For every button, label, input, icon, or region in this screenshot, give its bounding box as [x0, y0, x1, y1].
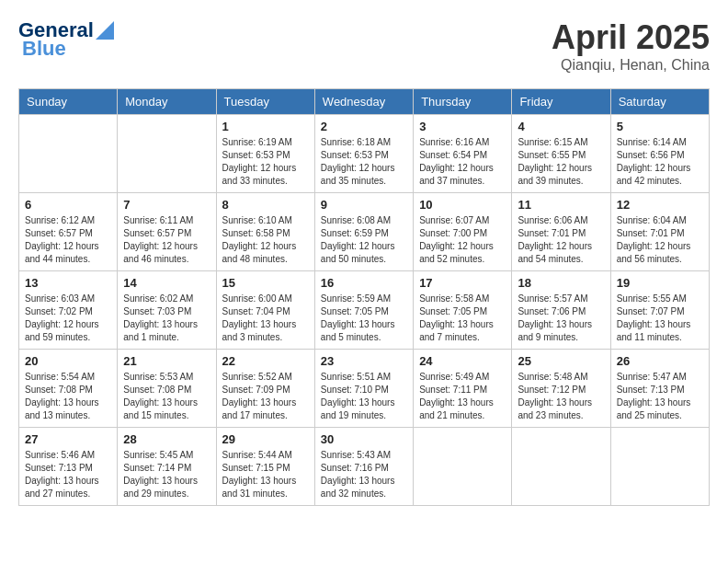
- day-number: 26: [617, 354, 703, 368]
- day-info: Sunrise: 5:57 AMSunset: 7:06 PMDaylight:…: [518, 293, 604, 344]
- calendar-week-row: 6Sunrise: 6:12 AMSunset: 6:57 PMDaylight…: [19, 193, 710, 271]
- day-info: Sunrise: 6:07 AMSunset: 7:00 PMDaylight:…: [419, 214, 506, 266]
- table-row: 15Sunrise: 6:00 AMSunset: 7:04 PMDayligh…: [216, 271, 314, 350]
- day-number: 17: [419, 276, 506, 290]
- col-thursday: Thursday: [414, 89, 512, 115]
- day-info: Sunrise: 5:53 AMSunset: 7:08 PMDaylight:…: [123, 371, 210, 422]
- day-number: 20: [25, 354, 111, 368]
- table-row: [512, 428, 610, 506]
- day-number: 5: [617, 120, 703, 133]
- day-info: Sunrise: 5:59 AMSunset: 7:05 PMDaylight:…: [321, 293, 407, 344]
- table-row: 19Sunrise: 5:55 AMSunset: 7:07 PMDayligh…: [610, 271, 709, 350]
- day-number: 9: [321, 198, 407, 212]
- day-number: 8: [222, 198, 309, 212]
- day-info: Sunrise: 6:11 AMSunset: 6:57 PMDaylight:…: [123, 214, 210, 266]
- table-row: 3Sunrise: 6:16 AMSunset: 6:54 PMDaylight…: [414, 115, 512, 193]
- table-row: 10Sunrise: 6:07 AMSunset: 7:00 PMDayligh…: [414, 193, 512, 271]
- day-number: 28: [123, 432, 210, 446]
- day-info: Sunrise: 5:43 AMSunset: 7:16 PMDaylight:…: [321, 449, 407, 500]
- day-info: Sunrise: 5:46 AMSunset: 7:13 PMDaylight:…: [25, 449, 111, 500]
- day-number: 16: [321, 276, 407, 290]
- table-row: 9Sunrise: 6:08 AMSunset: 6:59 PMDaylight…: [314, 193, 413, 271]
- table-row: 14Sunrise: 6:02 AMSunset: 7:03 PMDayligh…: [118, 271, 216, 350]
- table-row: [118, 115, 216, 193]
- day-info: Sunrise: 5:55 AMSunset: 7:07 PMDaylight:…: [617, 293, 703, 344]
- day-number: 3: [419, 120, 506, 133]
- table-row: 18Sunrise: 5:57 AMSunset: 7:06 PMDayligh…: [512, 271, 610, 350]
- day-info: Sunrise: 5:52 AMSunset: 7:09 PMDaylight:…: [222, 371, 309, 422]
- table-row: 24Sunrise: 5:49 AMSunset: 7:11 PMDayligh…: [414, 350, 512, 428]
- day-number: 10: [419, 198, 506, 212]
- day-info: Sunrise: 6:04 AMSunset: 7:01 PMDaylight:…: [617, 214, 703, 266]
- col-monday: Monday: [118, 89, 216, 115]
- table-row: 26Sunrise: 5:47 AMSunset: 7:13 PMDayligh…: [610, 350, 709, 428]
- day-number: 6: [25, 198, 111, 212]
- day-number: 11: [518, 198, 604, 212]
- day-number: 23: [321, 354, 407, 368]
- page-header: General Blue April 2025 Qianqiu, Henan, …: [18, 18, 710, 74]
- day-number: 30: [321, 432, 407, 446]
- day-info: Sunrise: 6:00 AMSunset: 7:04 PMDaylight:…: [222, 293, 309, 344]
- day-number: 24: [419, 354, 506, 368]
- logo-blue: Blue: [22, 37, 66, 61]
- table-row: 30Sunrise: 5:43 AMSunset: 7:16 PMDayligh…: [314, 428, 413, 506]
- table-row: 17Sunrise: 5:58 AMSunset: 7:05 PMDayligh…: [414, 271, 512, 350]
- title-section: April 2025 Qianqiu, Henan, China: [552, 18, 710, 74]
- day-info: Sunrise: 5:48 AMSunset: 7:12 PMDaylight:…: [518, 371, 604, 422]
- col-tuesday: Tuesday: [216, 89, 314, 115]
- day-info: Sunrise: 6:12 AMSunset: 6:57 PMDaylight:…: [25, 214, 111, 266]
- day-info: Sunrise: 6:19 AMSunset: 6:53 PMDaylight:…: [222, 136, 309, 188]
- table-row: 22Sunrise: 5:52 AMSunset: 7:09 PMDayligh…: [216, 350, 314, 428]
- table-row: 6Sunrise: 6:12 AMSunset: 6:57 PMDaylight…: [19, 193, 118, 271]
- day-info: Sunrise: 6:16 AMSunset: 6:54 PMDaylight:…: [419, 136, 506, 188]
- table-row: [19, 115, 118, 193]
- table-row: 12Sunrise: 6:04 AMSunset: 7:01 PMDayligh…: [610, 193, 709, 271]
- day-info: Sunrise: 6:06 AMSunset: 7:01 PMDaylight:…: [518, 214, 604, 266]
- day-info: Sunrise: 6:15 AMSunset: 6:55 PMDaylight:…: [518, 136, 604, 188]
- table-row: 8Sunrise: 6:10 AMSunset: 6:58 PMDaylight…: [216, 193, 314, 271]
- calendar-table: Sunday Monday Tuesday Wednesday Thursday…: [18, 88, 710, 506]
- day-info: Sunrise: 5:44 AMSunset: 7:15 PMDaylight:…: [222, 449, 309, 500]
- table-row: 21Sunrise: 5:53 AMSunset: 7:08 PMDayligh…: [118, 350, 216, 428]
- table-row: 23Sunrise: 5:51 AMSunset: 7:10 PMDayligh…: [314, 350, 413, 428]
- day-number: 19: [617, 276, 703, 290]
- col-sunday: Sunday: [19, 89, 118, 115]
- day-info: Sunrise: 6:02 AMSunset: 7:03 PMDaylight:…: [123, 293, 210, 344]
- day-number: 27: [25, 432, 111, 446]
- table-row: 4Sunrise: 6:15 AMSunset: 6:55 PMDaylight…: [512, 115, 610, 193]
- day-number: 12: [617, 198, 703, 212]
- day-info: Sunrise: 5:49 AMSunset: 7:11 PMDaylight:…: [419, 371, 506, 422]
- day-number: 2: [321, 120, 407, 133]
- calendar-week-row: 13Sunrise: 6:03 AMSunset: 7:02 PMDayligh…: [19, 271, 710, 350]
- table-row: 25Sunrise: 5:48 AMSunset: 7:12 PMDayligh…: [512, 350, 610, 428]
- day-number: 14: [123, 276, 210, 290]
- col-saturday: Saturday: [610, 89, 709, 115]
- calendar-header-row: Sunday Monday Tuesday Wednesday Thursday…: [19, 89, 710, 115]
- table-row: 20Sunrise: 5:54 AMSunset: 7:08 PMDayligh…: [19, 350, 118, 428]
- day-info: Sunrise: 6:18 AMSunset: 6:53 PMDaylight:…: [321, 136, 407, 188]
- day-number: 21: [123, 354, 210, 368]
- logo-icon: [96, 21, 114, 40]
- logo: General Blue: [18, 18, 114, 61]
- day-info: Sunrise: 5:47 AMSunset: 7:13 PMDaylight:…: [617, 371, 703, 422]
- day-info: Sunrise: 5:58 AMSunset: 7:05 PMDaylight:…: [419, 293, 506, 344]
- svg-marker-0: [96, 21, 114, 40]
- table-row: 16Sunrise: 5:59 AMSunset: 7:05 PMDayligh…: [314, 271, 413, 350]
- day-number: 4: [518, 120, 604, 133]
- day-number: 22: [222, 354, 309, 368]
- day-number: 7: [123, 198, 210, 212]
- table-row: 2Sunrise: 6:18 AMSunset: 6:53 PMDaylight…: [314, 115, 413, 193]
- table-row: 1Sunrise: 6:19 AMSunset: 6:53 PMDaylight…: [216, 115, 314, 193]
- table-row: 13Sunrise: 6:03 AMSunset: 7:02 PMDayligh…: [19, 271, 118, 350]
- day-number: 1: [222, 120, 309, 133]
- day-info: Sunrise: 5:45 AMSunset: 7:14 PMDaylight:…: [123, 449, 210, 500]
- calendar-week-row: 1Sunrise: 6:19 AMSunset: 6:53 PMDaylight…: [19, 115, 710, 193]
- table-row: 7Sunrise: 6:11 AMSunset: 6:57 PMDaylight…: [118, 193, 216, 271]
- day-number: 29: [222, 432, 309, 446]
- day-info: Sunrise: 5:54 AMSunset: 7:08 PMDaylight:…: [25, 371, 111, 422]
- day-info: Sunrise: 6:08 AMSunset: 6:59 PMDaylight:…: [321, 214, 407, 266]
- col-wednesday: Wednesday: [314, 89, 413, 115]
- table-row: [610, 428, 709, 506]
- calendar-week-row: 27Sunrise: 5:46 AMSunset: 7:13 PMDayligh…: [19, 428, 710, 506]
- table-row: 27Sunrise: 5:46 AMSunset: 7:13 PMDayligh…: [19, 428, 118, 506]
